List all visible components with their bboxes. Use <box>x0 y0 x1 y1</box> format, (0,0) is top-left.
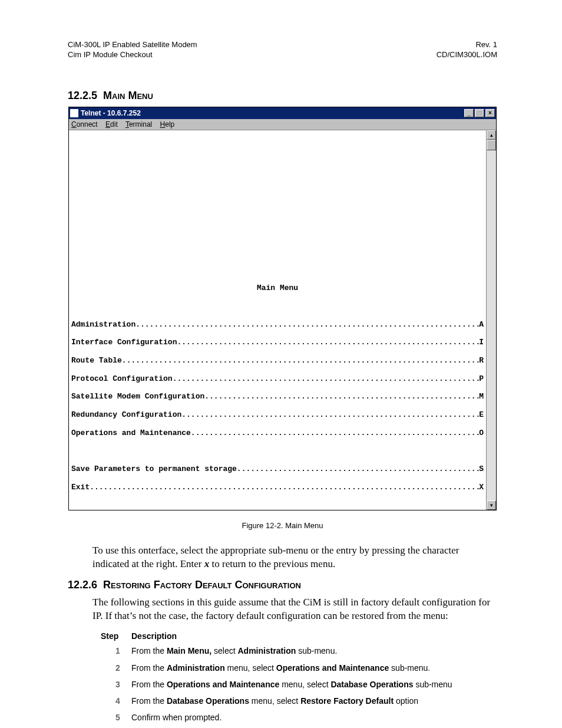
terminal-content: Main Menu AdministrationA Interface Conf… <box>69 130 486 510</box>
step-row: 4 From the Database Operations menu, sel… <box>101 696 497 706</box>
menu-row-administration: AdministrationA <box>71 320 484 329</box>
col-header-description: Description <box>131 631 177 641</box>
section-heading-1226: 12.2.6 Restoring Factory Default Configu… <box>68 579 497 591</box>
header-right-1: Rev. 1 <box>437 40 497 50</box>
header-right-2: CD/CIM300L.IOM <box>437 50 497 60</box>
menu-row-satellite-modem: Satellite Modem ConfigurationM <box>71 392 484 401</box>
window-title: Telnet - 10.6.7.252 <box>81 109 463 117</box>
menu-row-route-table: Route TableR <box>71 356 484 365</box>
scrollbar[interactable]: ▴ ▾ <box>486 130 496 510</box>
step-row: 5 Confirm when prompted. <box>101 712 497 723</box>
para-restoring: The following sections in this guide ass… <box>92 596 497 623</box>
section-heading-1225: 12.2.5 Main Menu <box>68 90 497 102</box>
figure-caption: Figure 12-2. Main Menu <box>68 521 497 530</box>
menu-row-save-params: Save Parameters to permanent storageS <box>71 465 484 473</box>
header-left-1: CiM-300L IP Enabled Satellite Modem <box>68 40 197 50</box>
telnet-window: Telnet - 10.6.7.252 _ □ × Connect Edit T… <box>68 107 497 510</box>
menu-row-protocol-config: Protocol ConfigurationP <box>71 374 484 383</box>
menu-row-redundancy: Redundancy ConfigurationE <box>71 410 484 419</box>
steps-table: Step Description 1 From the Main Menu, s… <box>101 631 497 723</box>
scroll-down-button[interactable]: ▾ <box>487 500 496 510</box>
menu-row-operations: Operations and MaintenanceO <box>71 429 484 437</box>
step-row: 1 From the Main Menu, select Administrat… <box>101 645 497 656</box>
col-header-step: Step <box>101 631 131 641</box>
para-usage: To use this onterface, select the approp… <box>92 544 497 571</box>
scroll-up-button[interactable]: ▴ <box>487 130 496 140</box>
step-row: 3 From the Operations and Maintenance me… <box>101 679 497 690</box>
app-icon <box>70 109 78 117</box>
page-header: CiM-300L IP Enabled Satellite Modem Cim … <box>68 40 497 60</box>
menu-connect[interactable]: Connect <box>71 120 98 129</box>
header-left-2: Cim IP Module Checkout <box>68 50 197 60</box>
menu-terminal[interactable]: Terminal <box>125 120 152 129</box>
terminal-menu-title: Main Menu <box>71 284 484 292</box>
scroll-thumb[interactable] <box>487 140 496 150</box>
menubar: Connect Edit Terminal Help <box>69 119 496 130</box>
step-row: 2 From the Administration menu, select O… <box>101 663 497 673</box>
menu-row-interface-config: Interface ConfigurationI <box>71 338 484 347</box>
menu-help[interactable]: Help <box>160 120 175 129</box>
close-button[interactable]: × <box>485 109 495 117</box>
menu-row-exit: ExitX <box>71 483 484 492</box>
window-titlebar: Telnet - 10.6.7.252 _ □ × <box>69 107 496 119</box>
menu-edit[interactable]: Edit <box>105 120 118 129</box>
minimize-button[interactable]: _ <box>464 109 474 117</box>
maximize-button[interactable]: □ <box>475 109 484 117</box>
